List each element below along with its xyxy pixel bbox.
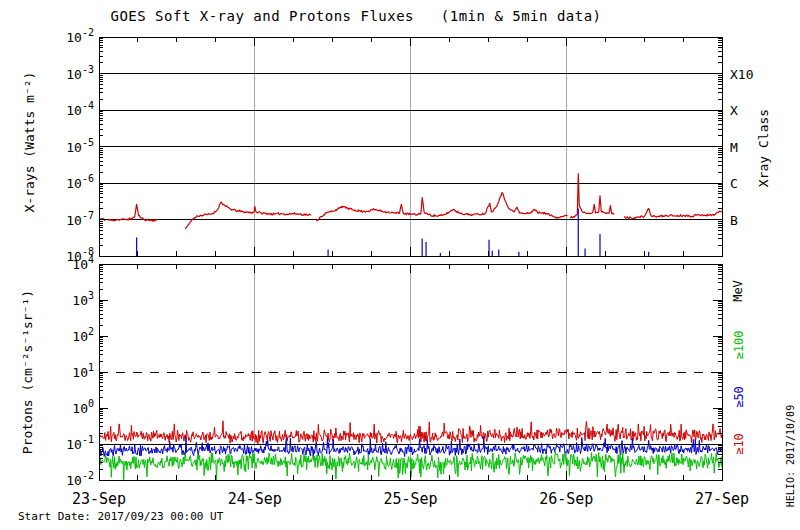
start-date-label: Start Date: 2017/09/23 00:00 UT [18,510,223,523]
proton-ge10-label: ≥10 [732,424,748,464]
y-tick-label: 10-6 [66,173,94,191]
xray-long-wavelength-series [570,174,614,218]
xray-long-wavelength-series [316,193,567,222]
x-tick-label: 24-Sep [228,490,282,508]
y-tick-label: 102 [72,326,94,344]
x-tick-label: 23-Sep [72,490,126,508]
y-tick-label: 101 [72,362,94,380]
x-tick-label: 26-Sep [539,490,593,508]
xray-class-axis-title: Xray Class [756,93,772,203]
xray-panel: 10-210-310-410-510-610-710-8X10XMCB [66,27,753,264]
mev-axis-title: MeV [731,271,747,311]
y-tick-label: 104 [72,254,94,272]
xray-long-wavelength-series [624,209,722,219]
xray-class-label: X [730,103,738,118]
xray-class-label: M [730,140,738,155]
y-tick-label: 10-4 [66,100,94,118]
helio-watermark: HELIO: 2017/10/09 [785,386,797,526]
plot-canvas: 10-210-310-410-510-610-710-8X10XMCB10410… [0,0,800,530]
y-tick-label: 10-1 [66,434,94,452]
xray-class-label: C [730,176,738,191]
xray-long-wavelength-series [99,204,157,221]
y-tick-label: 10-3 [66,64,94,82]
proton-ge50-label: ≥50 [732,377,748,417]
y-tick-label: 10-7 [66,210,94,228]
chart-title: GOES Soft X-ray and Protons Fluxes (1min… [96,8,616,24]
xray-long-wavelength-series [185,202,311,229]
protons-panel: 10410310210110010-110-2 [66,254,722,488]
y-tick-label: 100 [72,398,94,416]
y-tick-label: 10-2 [66,470,94,488]
proton-y-axis-label: Protons (cm⁻²s⁻¹sr⁻¹) [20,257,36,487]
y-tick-label: 10-2 [66,27,94,45]
y-tick-label: 103 [72,290,94,308]
y-tick-label: 10-5 [66,137,94,155]
x-tick-label: 25-Sep [383,490,437,508]
x-tick-label: 27-Sep [695,490,749,508]
goes-flux-chart: 10-210-310-410-510-610-710-8X10XMCB10410… [0,0,800,530]
xray-class-label: B [730,213,738,228]
proton-ge100-label: ≥100 [732,323,748,367]
xray-class-label: X10 [730,67,753,82]
xray-y-axis-label: X-rays (Watts m⁻²) [22,42,38,242]
